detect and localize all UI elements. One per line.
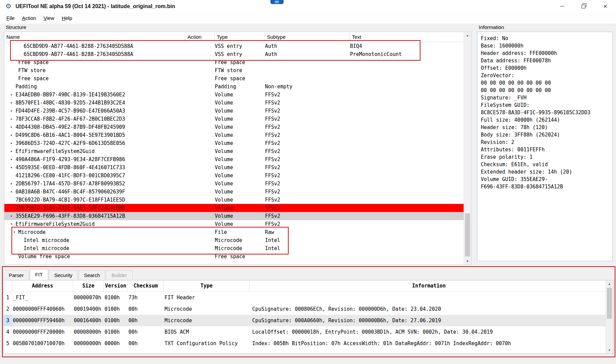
expand-arrow-icon[interactable]: ▸ <box>10 107 16 115</box>
expand-arrow-icon[interactable]: ▸ <box>10 91 16 99</box>
scroll-down-icon[interactable]: ▼ <box>464 258 471 265</box>
tree-row[interactable]: ▾MicrocodeFileRaw <box>4 228 464 236</box>
tree-row[interactable]: ▸D499C8D6-6B16-4AC1-8004-5E97E3901BD5Vol… <box>4 131 464 139</box>
tab-fit[interactable]: FIT <box>30 269 48 280</box>
tree-row[interactable]: FTW storeFTW store <box>4 66 464 74</box>
fit-scrollbar[interactable]: ▲ ▼ <box>606 280 613 354</box>
information-panel[interactable]: Fixed: NoBase: 1600000hHeader address: F… <box>477 32 613 261</box>
expand-arrow-icon[interactable]: ▸ <box>10 163 16 172</box>
tree-column-header-subtype[interactable]: Subtype <box>265 32 350 42</box>
expand-arrow-icon[interactable]: ▸ <box>10 139 16 147</box>
tree-name-cell: ▸D499C8D6-6B16-4AC1-8004-5E97E3901BD5 <box>4 131 185 139</box>
fit-row[interactable]: 300000000FFF59460h00016400h0100h00hMicro… <box>3 315 606 326</box>
tree-row[interactable]: 41218296-CE80-41FC-BDF3-001CBD0395C7Volu… <box>4 172 464 180</box>
tab-parser[interactable]: Parser <box>3 270 29 280</box>
expand-arrow-icon[interactable]: ▸ <box>10 204 16 212</box>
fit-column-header-type[interactable]: Type <box>164 280 250 292</box>
expand-arrow-icon[interactable]: ▸ <box>10 115 16 123</box>
close-button[interactable]: × <box>594 0 616 12</box>
tree-row[interactable]: ▸E34AEDB0-BB97-49BC-B139-1E419B3560E2Vol… <box>4 91 464 99</box>
expand-arrow-icon[interactable]: ▸ <box>10 212 16 220</box>
info-line: Checksum: E61Eh, valid <box>481 161 612 168</box>
tree-row[interactable]: ▸EfiFirmwareFileSystem2GuidVolumeFFSv2 <box>4 147 464 155</box>
fit-size-cell: 00019400h <box>73 303 104 315</box>
tree-row[interactable]: ▾EfiFirmwareFileSystem2GuidVolumeFFSv2 <box>4 220 464 228</box>
expand-arrow-icon[interactable]: ▸ <box>10 188 16 196</box>
tree-row[interactable]: ▸78F3CCA8-F8B2-4F26-AF67-2B0C10BEC2D3Vol… <box>4 115 464 123</box>
tree-row[interactable]: Intel microcodeMicrocodeIntel <box>4 236 464 244</box>
scroll-up-icon[interactable]: ▲ <box>464 32 471 39</box>
minimize-button[interactable] <box>551 0 573 12</box>
restore-button[interactable] <box>573 0 594 12</box>
fit-type-cell: Microcode <box>164 315 250 326</box>
fit-column-header-version[interactable]: Version <box>104 280 128 292</box>
menu-item-file[interactable]: File <box>3 13 18 23</box>
fit-row[interactable]: 400000000FFF20000h00008000h0100h00hBIOS … <box>3 326 606 338</box>
tree-row[interactable]: Free spaceFree space <box>4 58 464 66</box>
tree-row[interactable]: 65CBD9D9-AB77-4A61-B288-2763405D588AVSS … <box>4 50 464 58</box>
tree-row[interactable]: ▸2DB56797-17A4-457D-8F67-A78F80993B52Vol… <box>4 180 464 188</box>
tree-row[interactable]: ▸39686D53-724D-427C-A2F9-6D613D58E056Vol… <box>4 139 464 147</box>
tree-name-cell: 7BC6922D-BA79-4CB1-997C-E18FF1A1EE5D <box>4 196 185 204</box>
menu-item-help[interactable]: Help <box>58 13 76 23</box>
tree-column-header-name[interactable]: Name <box>4 32 185 42</box>
tree-row[interactable]: ▸4DD44308-DB45-49E2-87B9-DF48FB245909Vol… <box>4 123 464 131</box>
fit-column-header-size[interactable]: Size <box>73 280 104 292</box>
expand-arrow-icon[interactable]: ▸ <box>10 155 16 163</box>
fit-row[interactable]: 200000000FFF40060h00019400h0100h00hMicro… <box>3 303 606 315</box>
collapse-arrow-icon[interactable]: ▾ <box>13 228 18 236</box>
tree-action-cell <box>185 196 215 204</box>
tree-row[interactable]: Intel microcodeMicrocodeIntel <box>4 244 464 252</box>
tree-row[interactable]: PaddingPaddingNon-empty <box>4 83 464 91</box>
tree-row[interactable]: ▸490A486A-F1F9-4293-9E34-A28F7CEFB986Vol… <box>4 155 464 163</box>
scroll-down-icon[interactable]: ▼ <box>606 347 613 354</box>
tree-row[interactable]: ▸8B570FE1-48BC-4830-92D5-244B1B93C2E4Vol… <box>4 99 464 107</box>
tree-action-cell <box>185 188 215 196</box>
tree-row[interactable]: ▸355EAE29-F696-43FF-83D8-03684715A12BVol… <box>4 212 464 220</box>
info-line: Data address: FFE00078h <box>481 57 612 64</box>
tree-column-header-text[interactable]: Text <box>350 32 464 42</box>
tree-row[interactable]: Volume free spaceFree space <box>4 252 464 261</box>
tree-row[interactable]: ▸FD44D4FE-239B-4C57-B96D-E47E066A50A3Vol… <box>4 107 464 115</box>
expand-arrow-icon[interactable]: ▸ <box>10 99 16 107</box>
tree-item-name: 490A486A-F1F9-4293-9E34-A28F7CEFB986 <box>16 155 125 163</box>
tree-row[interactable]: ▸45D5935E-0EED-4FDB-860F-4E416071C733Vol… <box>4 163 464 172</box>
tree-text-cell: BIQ4 <box>350 42 464 50</box>
tab-search[interactable]: Search <box>79 270 106 280</box>
fit-size-cell: 00000000h <box>73 338 104 349</box>
fit-column-header-checksum[interactable]: Checksum <box>128 280 164 292</box>
expand-arrow-icon[interactable]: ▸ <box>10 180 16 188</box>
tree-row[interactable]: 7BC6922D-BA79-4CB1-997C-E18FF1A1EE5DVolu… <box>4 196 464 204</box>
tree-row[interactable]: ▸75635010-5164-435E-9AE1-59FC2AC4EBBBVol… <box>4 204 464 212</box>
tree-column-header-action[interactable]: Action <box>185 32 215 42</box>
tree-action-cell <box>185 83 215 91</box>
info-line: Attributes: 0011FEFFh <box>481 146 612 153</box>
tree-row[interactable]: Free spaceFree space <box>4 74 464 83</box>
menu-item-view[interactable]: View <box>40 13 58 23</box>
tree-subtype-cell: Non-empty <box>265 83 350 91</box>
fit-scrollbar-thumb[interactable] <box>607 288 612 319</box>
tree-scrollbar[interactable]: ▲ ▼ <box>464 32 471 265</box>
fit-column-header-information[interactable]: Information <box>250 280 606 292</box>
fit-column-header-address[interactable]: Address <box>12 280 73 292</box>
tree-item-name: Microcode <box>18 228 46 236</box>
tree-subtype-cell: FFSv2 <box>265 131 350 139</box>
tree-column-header-type[interactable]: Type <box>215 32 265 42</box>
fit-row[interactable]: 1_FIT_00000070h0100h73hFIT Header <box>3 292 606 303</box>
collapse-arrow-icon[interactable]: ▾ <box>10 220 16 228</box>
scroll-up-icon[interactable]: ▲ <box>606 280 613 287</box>
tree-scrollbar-thumb[interactable] <box>465 213 470 256</box>
fit-row[interactable]: 5005B070100710070h00000000h0000h00hTXT C… <box>3 338 606 349</box>
tree-row[interactable]: 65CBD9D9-AB77-4A61-B288-2763405D588AVSS … <box>4 42 464 50</box>
expand-arrow-icon[interactable]: ▸ <box>10 131 16 139</box>
tree-text-cell <box>350 172 464 180</box>
expand-arrow-icon[interactable]: ▸ <box>10 123 16 131</box>
info-line: Body size: 3FF88h (262024) <box>481 131 612 139</box>
menu-item-action[interactable]: Action <box>18 13 40 23</box>
tab-security[interactable]: Security <box>49 270 78 280</box>
info-line: Offset: E00000h <box>481 64 612 72</box>
tree-row[interactable]: ▸0AB10A6B-B47C-446F-BC4F-85790602639FVol… <box>4 188 464 196</box>
tree-name-cell: FTW store <box>4 66 185 74</box>
information-group-label: Information <box>479 24 504 30</box>
expand-arrow-icon[interactable]: ▸ <box>10 147 16 155</box>
